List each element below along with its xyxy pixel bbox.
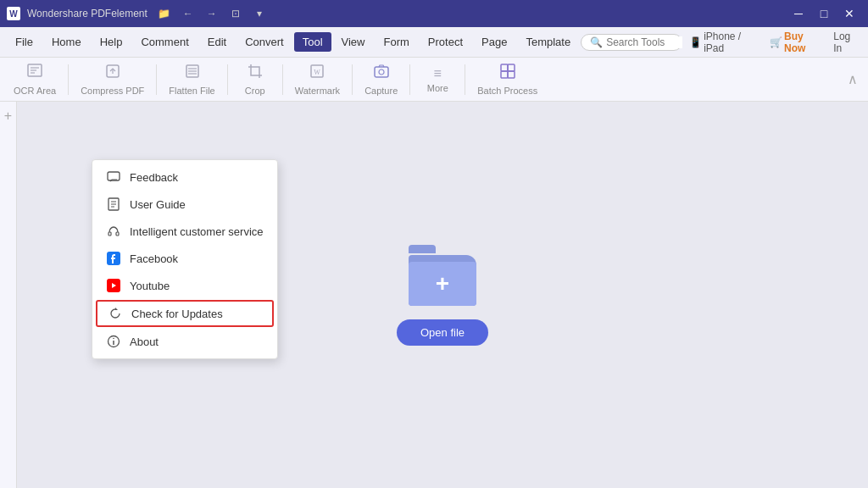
menu-edit[interactable]: Edit — [199, 32, 235, 52]
dropdown-user-guide[interactable]: User Guide — [92, 191, 277, 218]
ipad-icon: 📱 — [689, 36, 702, 48]
toolbar-ocr-area[interactable]: OCR Area — [7, 59, 63, 99]
menu-home[interactable]: Home — [43, 32, 90, 52]
toolbar-batch[interactable]: Batch Process — [470, 59, 544, 99]
watermark-icon: W — [309, 63, 326, 84]
menu-comment[interactable]: Comment — [132, 32, 197, 52]
login-button[interactable]: Log In — [833, 30, 861, 54]
title-bar-left: W Wondershare PDFelement 📁 ← → ⊡ ▾ — [7, 3, 270, 24]
folder-plus-icon: + — [436, 272, 449, 296]
compress-icon — [104, 63, 121, 84]
dropdown-customer-service[interactable]: Intelligent customer service — [92, 218, 277, 245]
book-icon — [106, 197, 121, 212]
toolbar-sep-1 — [68, 64, 69, 95]
title-bar-nav: 📁 ← → ⊡ ▾ — [154, 3, 270, 24]
search-input[interactable] — [606, 36, 682, 48]
svg-point-31 — [113, 338, 114, 340]
capture-icon — [373, 63, 390, 84]
flatten-icon — [184, 63, 201, 84]
toolbar-compress[interactable]: Compress PDF — [74, 59, 151, 99]
svg-rect-15 — [508, 64, 515, 71]
search-box[interactable]: 🔍 — [581, 34, 682, 51]
svg-rect-23 — [108, 232, 111, 236]
toolbar-up-btn[interactable]: ∧ — [844, 69, 861, 90]
toolbar-sep-5 — [352, 64, 353, 95]
toolbar-more[interactable]: ≡ More — [415, 63, 459, 97]
toolbar-capture[interactable]: Capture — [358, 59, 404, 99]
toolbar-sep-6 — [409, 64, 410, 95]
youtube-icon — [106, 278, 121, 293]
toolbar-sep-7 — [465, 64, 465, 95]
toolbar-sep-2 — [156, 64, 157, 95]
svg-point-13 — [379, 69, 384, 75]
help-dropdown: Feedback User Guide Intelligent customer… — [92, 159, 278, 359]
main-area: + + Open file Feedback — [0, 102, 868, 488]
refresh-icon — [108, 306, 123, 321]
svg-rect-12 — [375, 67, 388, 77]
ipad-button[interactable]: 📱 iPhone / iPad — [689, 30, 763, 54]
folder-front: + — [409, 262, 476, 306]
dropdown-youtube[interactable]: Youtube — [92, 272, 277, 299]
menu-convert[interactable]: Convert — [236, 32, 292, 52]
window-controls: ─ □ ✕ — [787, 3, 861, 24]
svg-marker-28 — [115, 308, 118, 310]
headset-icon — [106, 224, 121, 239]
open-file-area: + Open file — [397, 245, 488, 346]
dropdown-about[interactable]: About — [92, 328, 277, 355]
app-title: Wondershare PDFelement — [27, 8, 147, 19]
search-icon: 🔍 — [590, 36, 603, 48]
folder-tab — [409, 245, 436, 253]
content-area: + Open file Feedback User Guide — [17, 102, 868, 488]
toolbar-sep-4 — [282, 64, 283, 95]
menu-tool[interactable]: Tool — [294, 32, 331, 52]
info-icon — [106, 334, 121, 349]
facebook-icon — [106, 251, 121, 266]
open-file-button[interactable]: Open file — [397, 319, 488, 346]
menu-help[interactable]: Help — [92, 32, 131, 52]
close-button[interactable]: ✕ — [837, 3, 861, 24]
svg-rect-16 — [501, 71, 508, 78]
toolbar-crop[interactable]: Crop — [233, 59, 277, 99]
svg-rect-14 — [501, 64, 508, 71]
batch-icon — [499, 63, 516, 84]
nav-dropdown-btn[interactable]: ▾ — [249, 3, 270, 24]
title-bar: W Wondershare PDFelement 📁 ← → ⊡ ▾ ─ □ ✕ — [0, 0, 868, 27]
app-icon: W — [7, 7, 20, 20]
folder-icon: + — [409, 245, 476, 306]
toolbar: OCR Area Compress PDF Flatten File Crop … — [0, 58, 868, 102]
nav-back-btn[interactable]: ← — [178, 3, 198, 24]
feedback-icon — [106, 169, 121, 185]
buy-now-button[interactable]: 🛒 Buy Now — [770, 30, 826, 54]
toolbar-sep-3 — [227, 64, 228, 95]
menu-file[interactable]: File — [7, 32, 42, 52]
svg-rect-17 — [508, 71, 515, 78]
svg-rect-24 — [116, 232, 119, 236]
menu-template[interactable]: Template — [517, 32, 579, 52]
svg-text:W: W — [314, 69, 321, 76]
nav-forward-btn[interactable]: → — [202, 3, 222, 24]
nav-folder-btn[interactable]: 📁 — [154, 3, 175, 24]
more-icon: ≡ — [434, 66, 442, 81]
cart-icon: 🛒 — [770, 36, 782, 48]
toolbar-watermark[interactable]: W Watermark — [288, 59, 347, 99]
sidebar-add-button[interactable]: + — [4, 108, 12, 124]
sidebar: + — [0, 102, 17, 488]
menu-protect[interactable]: Protect — [420, 32, 471, 52]
crop-icon — [247, 63, 264, 84]
toolbar-flatten[interactable]: Flatten File — [162, 59, 221, 99]
toolbar-scroll: ∧ — [844, 71, 861, 87]
dropdown-facebook[interactable]: Facebook — [92, 245, 277, 272]
menu-bar: File Home Help Comment Edit Convert Tool… — [0, 27, 868, 58]
dropdown-check-updates[interactable]: Check for Updates — [96, 300, 274, 327]
nav-grid-btn[interactable]: ⊡ — [225, 3, 246, 24]
menu-page[interactable]: Page — [473, 32, 515, 52]
ocr-icon — [26, 63, 43, 84]
dropdown-feedback[interactable]: Feedback — [92, 164, 277, 191]
minimize-button[interactable]: ─ — [787, 3, 810, 24]
menu-form[interactable]: Form — [376, 32, 418, 52]
restore-button[interactable]: □ — [812, 3, 836, 24]
menu-view[interactable]: View — [333, 32, 374, 52]
menu-bar-right: 🔍 📱 iPhone / iPad 🛒 Buy Now Log In — [581, 30, 861, 54]
